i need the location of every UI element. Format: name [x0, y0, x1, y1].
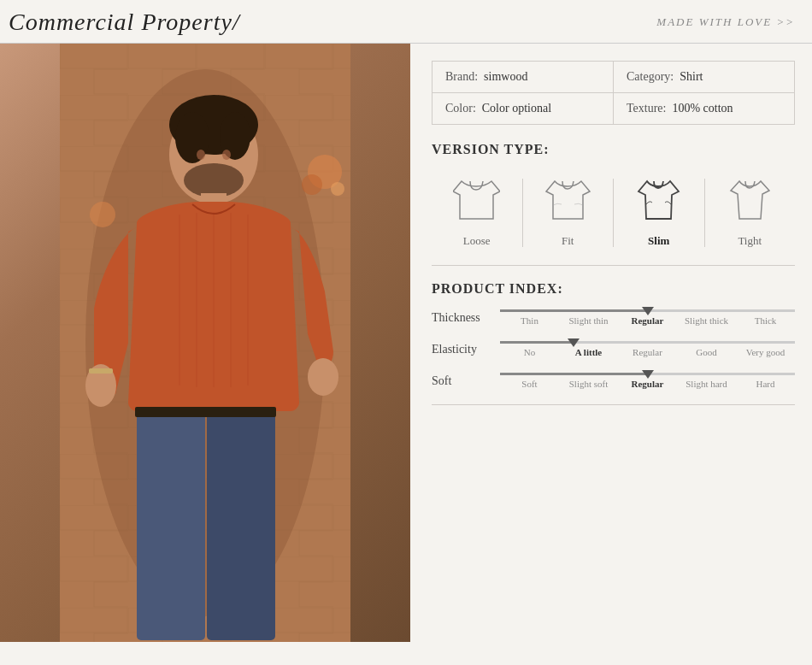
- product-index-section: PRODUCT INDEX: Thickness Thin Slight thi…: [432, 281, 795, 405]
- version-tight-icon: [720, 170, 780, 230]
- site-tagline: MADE WITH LOVE >>: [656, 15, 795, 29]
- elasticity-track: [500, 341, 795, 344]
- texture-cell: Texture: 100% cotton: [614, 93, 794, 124]
- color-cell: Color: Color optional: [432, 93, 614, 124]
- soft-slider[interactable]: Soft Slight soft Regular Slight hard Har…: [500, 373, 795, 389]
- thickness-tick-0: Thin: [500, 315, 559, 326]
- soft-tick-4: Hard: [736, 379, 795, 389]
- soft-tick-3: Slight hard: [677, 379, 736, 389]
- category-cell: Category: Shirt: [614, 62, 794, 92]
- product-image-placeholder: [0, 44, 410, 642]
- thickness-label: Thickness: [432, 311, 491, 325]
- version-slim-label: Slim: [648, 234, 669, 248]
- texture-value: 100% cotton: [672, 102, 733, 115]
- main-content: Brand: simwood Category: Shirt Color: Co…: [0, 44, 812, 642]
- color-label: Color:: [445, 102, 476, 115]
- elasticity-tick-2: Regular: [618, 347, 677, 357]
- version-tight-label: Tight: [738, 234, 762, 248]
- soft-labels: Soft Slight soft Regular Slight hard Har…: [500, 379, 795, 389]
- version-type-title: VERSION TYPE:: [432, 142, 795, 157]
- product-image: [0, 44, 410, 642]
- svg-rect-15: [137, 409, 205, 640]
- soft-tick-0: Soft: [500, 379, 559, 389]
- product-info-grid: Brand: simwood Category: Shirt Color: Co…: [432, 61, 795, 125]
- product-index-title: PRODUCT INDEX:: [432, 281, 795, 297]
- info-row-color: Color: Color optional Texture: 100% cott…: [432, 93, 794, 124]
- thickness-slider[interactable]: Thin Slight thin Regular Slight thick Th…: [500, 309, 795, 326]
- thickness-filled: [500, 309, 648, 312]
- soft-row: Soft Soft Slight soft Regular Slight har…: [432, 373, 795, 389]
- svg-point-25: [302, 174, 322, 195]
- info-row-brand: Brand: simwood Category: Shirt: [432, 62, 794, 93]
- version-slim[interactable]: Slim: [614, 170, 704, 248]
- soft-track: [500, 373, 795, 375]
- svg-point-27: [90, 202, 115, 227]
- bottom-divider: [432, 404, 795, 405]
- version-fit-icon: [538, 170, 597, 230]
- svg-point-26: [331, 182, 344, 196]
- thickness-row: Thickness Thin Slight thin Regular Sligh…: [432, 309, 795, 326]
- version-loose[interactable]: Loose: [432, 170, 522, 248]
- elasticity-row: Elasticity No A little Regular Good Very…: [432, 341, 795, 357]
- version-loose-label: Loose: [463, 234, 491, 248]
- elasticity-tick-1: A little: [559, 347, 618, 357]
- elasticity-tick-4: Very good: [736, 347, 795, 357]
- category-value: Shirt: [680, 70, 703, 83]
- brand-cell: Brand: simwood: [432, 62, 614, 92]
- color-value: Color optional: [482, 102, 551, 115]
- version-slim-icon: [629, 170, 689, 230]
- svg-rect-23: [89, 368, 113, 374]
- elasticity-thumb: [568, 338, 580, 347]
- thickness-thumb: [642, 307, 654, 315]
- soft-thumb: [642, 370, 654, 379]
- version-fit[interactable]: Fit: [523, 170, 614, 248]
- brand-value: simwood: [484, 70, 527, 83]
- brand-label: Brand:: [445, 70, 478, 83]
- svg-point-11: [184, 163, 244, 197]
- elasticity-tick-0: No: [500, 347, 559, 357]
- version-fit-label: Fit: [562, 234, 574, 248]
- svg-rect-16: [207, 409, 275, 640]
- elasticity-labels: No A little Regular Good Very good: [500, 347, 795, 357]
- soft-label: Soft: [432, 374, 491, 388]
- version-type-selector: Loose Fit: [432, 170, 795, 266]
- elasticity-label: Elasticity: [432, 343, 491, 356]
- thickness-tick-1: Slight thin: [559, 315, 618, 326]
- thickness-tick-2: Regular: [618, 315, 677, 326]
- site-title: Commercial Property/: [9, 9, 240, 36]
- thickness-tick-4: Thick: [736, 315, 795, 326]
- svg-point-14: [308, 358, 338, 396]
- elasticity-filled: [500, 341, 574, 344]
- version-loose-icon: [447, 170, 507, 230]
- category-label: Category:: [627, 70, 674, 83]
- soft-tick-1: Slight soft: [559, 379, 618, 389]
- soft-tick-2: Regular: [618, 379, 677, 389]
- thickness-tick-3: Slight thick: [677, 315, 736, 326]
- soft-filled: [500, 373, 648, 375]
- product-details: Brand: simwood Category: Shirt Color: Co…: [410, 44, 812, 642]
- texture-label: Texture:: [627, 102, 666, 115]
- svg-rect-17: [135, 407, 276, 417]
- thickness-labels: Thin Slight thin Regular Slight thick Th…: [500, 315, 795, 326]
- svg-point-10: [222, 150, 231, 160]
- svg-point-9: [197, 150, 205, 160]
- elasticity-slider[interactable]: No A little Regular Good Very good: [500, 341, 795, 357]
- elasticity-tick-3: Good: [677, 347, 736, 357]
- thickness-track: [500, 309, 795, 312]
- header: Commercial Property/ MADE WITH LOVE >>: [0, 0, 812, 44]
- version-tight[interactable]: Tight: [705, 170, 796, 248]
